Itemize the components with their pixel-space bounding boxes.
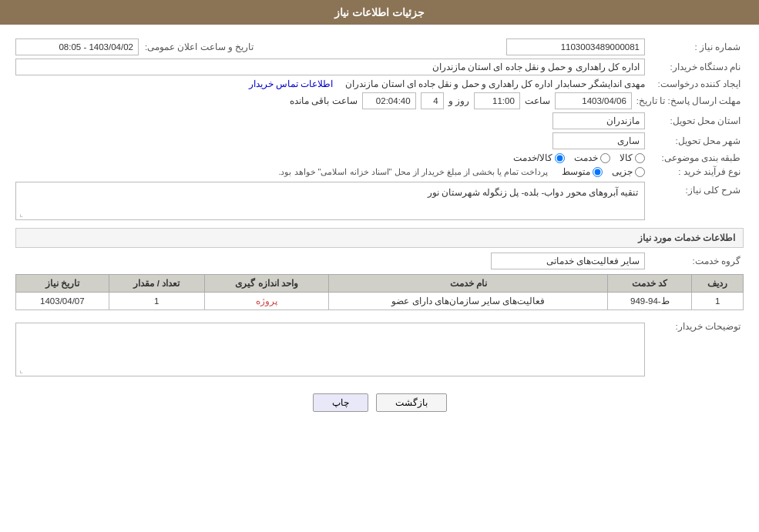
table-row: 1ط-94-949فعالیت‌های سایر سازمان‌های دارا…	[16, 293, 744, 310]
back-button[interactable]: بازگشت	[376, 393, 447, 412]
purchase-type-motavasset-radio[interactable]	[593, 167, 603, 177]
purchase-type-jozi-radio[interactable]	[635, 167, 645, 177]
category-khedmat-label: خدمت	[574, 152, 598, 163]
deadline-date-box: 1403/04/06	[555, 92, 632, 109]
buyer-org-value: اداره کل راهداری و حمل و نقل جاده ای است…	[432, 62, 640, 72]
buyer-org-box: اداره کل راهداری و حمل و نقل جاده ای است…	[15, 59, 645, 75]
category-kala-khedmat-label: کالا/خدمت	[513, 152, 552, 163]
buyer-desc-label: توضیحات خریدار:	[651, 318, 744, 332]
need-number-box: 1103003489000081	[506, 38, 645, 55]
buyer-desc-resize-icon: ⌟	[19, 366, 23, 374]
category-radio-group: کالا خدمت کالا/خدمت	[513, 152, 645, 163]
province-value: مازندران	[606, 115, 640, 126]
category-label: طبقه بندی موضوعی:	[651, 152, 744, 163]
services-table: ردیف کد خدمت نام خدمت واحد اندازه گیری ت…	[15, 274, 744, 310]
deadline-time: 11:00	[492, 96, 515, 105]
purchase-type-radio-group: جزیی متوسط	[562, 166, 645, 177]
need-number-value: 1103003489000081	[561, 42, 640, 52]
city-label: شهر محل تحویل:	[651, 136, 744, 146]
col-header-date: تاریخ نیاز	[16, 275, 109, 293]
service-group-box: سایر فعالیت‌های خدماتی	[491, 253, 645, 269]
purchase-type-motavasset-item[interactable]: متوسط	[562, 166, 603, 177]
purchase-type-jozi-label: جزیی	[612, 166, 633, 177]
deadline-remaining-label: ساعت باقی مانده	[290, 95, 357, 106]
need-number-label: شماره نیاز :	[651, 42, 744, 52]
category-kala-label: کالا	[620, 152, 633, 163]
contact-link[interactable]: اطلاعات تماس خریدار	[249, 79, 334, 89]
purchase-type-label: نوع فرآیند خرید :	[651, 166, 744, 177]
need-desc-value: تنقیه آبروهای محور دواب- بلده- پل زنگوله…	[428, 188, 638, 197]
deadline-remaining-box: 02:04:40	[362, 92, 416, 109]
announcement-box: 1403/04/02 - 08:05	[15, 38, 139, 55]
need-desc-box: تنقیه آبروهای محور دواب- بلده- پل زنگوله…	[15, 182, 645, 220]
footer-buttons: بازگشت چاپ	[15, 393, 744, 420]
deadline-remaining: 02:04:40	[376, 96, 411, 105]
city-value: ساری	[617, 136, 640, 146]
category-kala-radio[interactable]	[635, 153, 645, 163]
creator-label: ایجاد کننده درخواست:	[651, 79, 744, 89]
creator-value: مهدی اندایشگر حسابدار اداره کل راهداری و…	[345, 79, 645, 89]
category-kala-khedmat-item[interactable]: کالا/خدمت	[513, 152, 565, 163]
announcement-label: تاریخ و ساعت اعلان عمومی:	[145, 42, 257, 52]
deadline-time-label: ساعت	[525, 95, 550, 106]
deadline-label: مهلت ارسال پاسخ: تا تاریخ:	[636, 95, 744, 106]
page-title: جزئیات اطلاعات نیاز	[334, 6, 425, 18]
services-section-title: اطلاعات خدمات مورد نیاز	[15, 228, 744, 248]
need-desc-label: شرح کلی نیاز:	[651, 182, 744, 196]
col-header-name: نام خدمت	[329, 275, 608, 293]
deadline-date: 1403/04/06	[582, 96, 626, 105]
city-box: ساری	[552, 132, 645, 149]
purchase-type-motavasset-label: متوسط	[562, 166, 590, 177]
resize-handle-icon: ⌟	[19, 209, 23, 218]
deadline-days: 4	[433, 96, 438, 105]
category-khedmat-item[interactable]: خدمت	[574, 152, 610, 163]
buyer-org-label: نام دستگاه خریدار:	[651, 62, 744, 72]
service-group-label: گروه خدمت:	[651, 256, 744, 266]
print-button[interactable]: چاپ	[313, 393, 368, 412]
province-box: مازندران	[552, 112, 645, 129]
announcement-value: 1403/04/02 - 08:05	[59, 42, 133, 52]
category-kala-khedmat-radio[interactable]	[555, 153, 565, 163]
deadline-days-box: 4	[421, 92, 444, 109]
province-label: استان محل تحویل:	[651, 115, 744, 126]
service-group-value: سایر فعالیت‌های خدماتی	[546, 256, 640, 266]
col-header-code: کد خدمت	[608, 275, 692, 293]
buyer-desc-box: ⌟	[15, 323, 645, 376]
col-header-quantity: تعداد / مقدار	[109, 275, 204, 293]
col-header-unit: واحد اندازه گیری	[204, 275, 328, 293]
col-header-row: ردیف	[692, 275, 744, 293]
deadline-days-label: روز و	[448, 95, 469, 106]
purchase-type-jozi-item[interactable]: جزیی	[612, 166, 645, 177]
purchase-type-note: پرداخت تمام یا بخشی از مبلغ خریدار از مح…	[278, 167, 548, 177]
deadline-time-box: 11:00	[474, 92, 520, 109]
page-header: جزئیات اطلاعات نیاز	[0, 0, 759, 25]
category-khedmat-radio[interactable]	[600, 153, 610, 163]
category-kala-item[interactable]: کالا	[620, 152, 645, 163]
